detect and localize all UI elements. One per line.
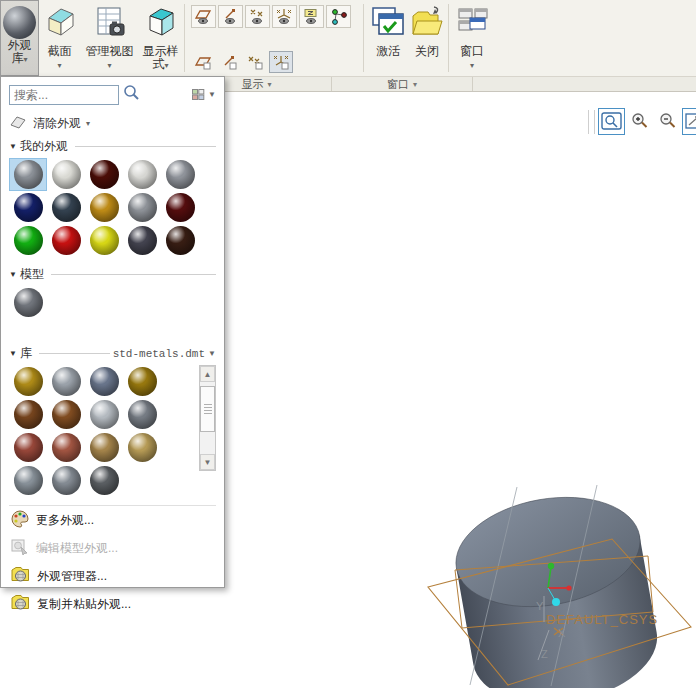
appearance-sphere (52, 433, 81, 462)
spin-center-toggle[interactable] (326, 5, 351, 28)
more-appearances-item[interactable]: 更多外观... (9, 506, 216, 534)
scrollbar-track[interactable] (200, 382, 215, 454)
plane-tag-toggle[interactable] (191, 51, 215, 73)
axis-y-label: Y (536, 600, 544, 612)
appearance-swatch[interactable] (85, 464, 123, 497)
appearance-sphere (14, 367, 43, 396)
csys-origin-handle[interactable] (552, 598, 560, 606)
appearance-sphere (90, 367, 119, 396)
csys-display-toggle[interactable] (272, 5, 297, 28)
close-label: 关闭 (415, 45, 439, 58)
appearance-swatch[interactable] (9, 365, 47, 398)
model-grid (9, 286, 203, 319)
zoom-out-button[interactable] (654, 108, 681, 135)
plane-display-toggle[interactable] (191, 5, 216, 28)
appearance-sphere (166, 160, 195, 189)
library-file-name[interactable]: std-metals.dmt (113, 348, 205, 360)
appearance-swatch[interactable] (9, 191, 47, 224)
appearance-sphere (14, 288, 43, 317)
appearance-swatch[interactable] (123, 224, 161, 257)
point-tag-toggle[interactable] (243, 51, 267, 73)
point-display-toggle[interactable] (245, 5, 270, 28)
scroll-up-icon[interactable]: ▲ (200, 366, 215, 382)
axis-display-toggle[interactable] (218, 5, 243, 28)
axis-tag-toggle[interactable] (217, 51, 241, 73)
csys-y-handle[interactable] (548, 563, 554, 569)
axis-z-label: Z (541, 648, 548, 660)
appearance-swatch[interactable] (85, 365, 123, 398)
grid-view-icon (192, 89, 205, 101)
appearance-swatch[interactable] (47, 431, 85, 464)
section-button[interactable]: 截面▾ (39, 0, 80, 76)
display-style-button[interactable]: 显示样式▾ (139, 0, 182, 76)
appearance-sphere (14, 226, 43, 255)
appearance-folder-icon (11, 566, 30, 586)
appearance-gallery-button[interactable]: 外观 库▾ (0, 0, 39, 76)
appearance-swatch[interactable] (85, 158, 123, 191)
refit-button[interactable] (682, 108, 696, 135)
library-file-caret[interactable]: ▼ (208, 350, 216, 358)
csys-label[interactable]: DEFAULT_CSYS (546, 612, 658, 627)
ribbon-separator (363, 4, 364, 72)
appearance-swatch[interactable] (161, 224, 199, 257)
appearance-swatch[interactable] (9, 464, 47, 497)
display-group-caret: ▾ (267, 80, 271, 89)
appearance-sphere (128, 160, 157, 189)
appearance-swatch[interactable] (47, 158, 85, 191)
appearance-swatch[interactable] (9, 158, 47, 191)
gallery-view-options-button[interactable]: ▼ (192, 89, 216, 101)
appearance-swatch[interactable] (9, 431, 47, 464)
application-window: 外观 库▾ 截面▾ (0, 0, 696, 688)
appearance-sphere (166, 226, 195, 255)
library-header[interactable]: ▼ 库 std-metals.dmt ▼ (9, 345, 216, 362)
model-title: 模型 (20, 266, 44, 283)
zoom-region-icon (601, 112, 622, 131)
appearance-swatch[interactable] (85, 191, 123, 224)
scroll-down-icon[interactable]: ▼ (200, 454, 215, 470)
csys-x-handle[interactable] (566, 585, 571, 590)
appearance-swatch[interactable] (161, 158, 199, 191)
scrollbar-thumb[interactable] (200, 386, 215, 432)
appearance-swatch[interactable] (47, 398, 85, 431)
appearance-manager-item[interactable]: 外观管理器... (9, 562, 216, 590)
manage-views-button[interactable]: 管理视图▾ (80, 0, 139, 76)
library-scrollbar[interactable]: ▲ ▼ (199, 365, 216, 471)
appearance-gallery-panel: ▼ 清除外观 ▾ ▼ 我的外观 ▼ 模型 ▼ 库 (0, 76, 225, 588)
appearance-swatch[interactable] (123, 365, 161, 398)
close-button[interactable]: 关闭 (408, 0, 446, 76)
zoom-out-icon (657, 112, 678, 131)
activate-button[interactable]: 激活 (368, 0, 408, 76)
library-title: 库 (20, 345, 32, 362)
windows-button[interactable]: 窗口▾ (451, 0, 493, 76)
zoom-region-button[interactable] (598, 108, 625, 135)
copy-paste-appearance-item[interactable]: 复制并粘贴外观... (9, 590, 216, 618)
appearance-swatch[interactable] (9, 224, 47, 257)
appearance-swatch[interactable] (9, 398, 47, 431)
edit-appearance-icon (11, 538, 29, 559)
appearance-swatch[interactable] (123, 431, 161, 464)
appearance-swatch[interactable] (47, 464, 85, 497)
zoom-in-button[interactable] (626, 108, 653, 135)
appearance-swatch[interactable] (85, 224, 123, 257)
appearance-swatch[interactable] (47, 191, 85, 224)
appearance-swatch[interactable] (123, 191, 161, 224)
appearance-swatch[interactable] (123, 398, 161, 431)
clear-appearances-button[interactable]: 清除外观 ▾ (9, 115, 216, 132)
appearance-swatch[interactable] (161, 191, 199, 224)
my-appearances-header[interactable]: ▼ 我的外观 (9, 138, 216, 155)
appearance-swatch[interactable] (123, 158, 161, 191)
cylinder-model[interactable] (447, 484, 666, 688)
appearance-swatch[interactable] (9, 286, 47, 319)
appearance-sphere (90, 466, 119, 495)
appearance-swatch[interactable] (47, 365, 85, 398)
appearance-swatch[interactable] (85, 398, 123, 431)
group-window-label[interactable]: 窗口▾ (332, 77, 473, 91)
search-icon[interactable] (122, 84, 140, 105)
model-viewport[interactable]: Y X Z DEFAULT_CSYS (410, 470, 696, 688)
csys-tag-toggle[interactable] (269, 51, 293, 73)
model-header[interactable]: ▼ 模型 (9, 266, 216, 283)
appearance-swatch[interactable] (85, 431, 123, 464)
appearance-swatch[interactable] (47, 224, 85, 257)
annotation-display-toggle[interactable] (299, 5, 324, 28)
search-input[interactable] (9, 85, 119, 105)
